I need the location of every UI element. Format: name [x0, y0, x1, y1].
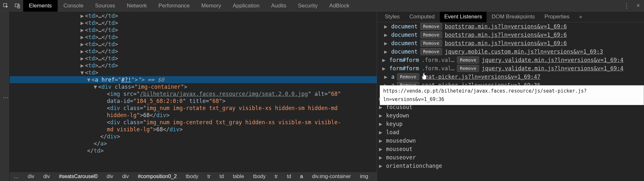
event-type-mouseout[interactable]: ▶mouseout — [377, 145, 644, 153]
tab-console[interactable]: Console — [58, 0, 89, 12]
device-toggle-icon[interactable] — [12, 0, 23, 12]
event-listeners-panel[interactable]: ▶document Remove bootstrap.min.js?ln=ver… — [377, 22, 644, 181]
event-type-mouseover[interactable]: ▶mouseover — [377, 153, 644, 162]
collapsed-td-row[interactable]: ▶<td>…</td> — [80, 62, 377, 69]
remove-listener-button[interactable]: Remove — [420, 23, 442, 30]
listener-source-link[interactable]: jquery.validate.min.js?ln=versions&v=1_6… — [482, 56, 623, 64]
dom-panel: ▶<td>…</td>▶<td>…</td>▶<td>…</td>▶<td>…<… — [10, 12, 377, 181]
collapsed-td-row[interactable]: ▶<td>…</td> — [80, 12, 377, 19]
breadcrumb-11[interactable]: tbody — [253, 174, 266, 179]
event-type-keydown[interactable]: ▶keydown — [377, 111, 644, 120]
breadcrumbs-bar[interactable]: …divdiv#seatsCarousel0divdiv#composition… — [10, 172, 377, 181]
tab-audits[interactable]: Audits — [265, 0, 292, 12]
breadcrumb-5[interactable]: div — [122, 174, 128, 179]
listener-source-link[interactable]: jquery.validate.min.js?ln=versions&v=1_6… — [482, 64, 623, 73]
event-type-orientationchange[interactable]: ▶orientationchange — [377, 162, 644, 170]
breadcrumb-6[interactable]: #composition0_2 — [138, 174, 177, 179]
collapsed-td-row[interactable]: ▶<td>…</td> — [80, 48, 377, 55]
event-type-keyup[interactable]: ▶keyup — [377, 120, 644, 128]
listener-row[interactable]: ▶a Remove seat-picker.js?ln=versions&v=1… — [382, 73, 644, 81]
listener-row[interactable]: ▶document Remove bootstrap.min.js?ln=ver… — [382, 22, 644, 31]
breadcrumb-14[interactable]: a — [300, 174, 303, 179]
remove-listener-button[interactable]: Remove — [457, 56, 479, 64]
breadcrumb-12[interactable]: tr — [275, 174, 278, 179]
more-tabs-icon[interactable]: » — [575, 12, 587, 22]
breadcrumb-10[interactable]: table — [233, 174, 244, 179]
listener-source-link[interactable]: bootstrap.min.js?ln=versions&v=1_69:6 — [445, 22, 567, 31]
collapsed-td-row[interactable]: ▶<td>…</td> — [80, 26, 377, 34]
breadcrumb-1[interactable]: div — [28, 174, 34, 179]
sidepanel-tab-dom-breakpoints[interactable]: DOM Breakpoints — [487, 12, 539, 22]
event-type-load[interactable]: ▶load — [377, 128, 644, 136]
kebab-menu-icon[interactable]: ⋮ — [621, 0, 632, 12]
tab-network[interactable]: Network — [121, 0, 153, 12]
breadcrumb-0[interactable]: … — [14, 174, 19, 179]
breadcrumb-8[interactable]: tr — [207, 174, 211, 179]
listener-row[interactable]: ▶document Remove bootstrap.min.js?ln=ver… — [382, 31, 644, 39]
listener-source-link[interactable]: jquery.mobile.custom.min.js?ln=versions&… — [445, 47, 603, 56]
remove-listener-button[interactable]: Remove — [397, 73, 419, 80]
sidepanel-tab-properties[interactable]: Properties — [540, 12, 574, 22]
breadcrumb-7[interactable]: tbody — [186, 174, 198, 179]
listener-row[interactable]: ▶document Remove bootstrap.min.js?ln=ver… — [382, 39, 644, 47]
source-tooltip: https://venda.cp.pt/bilheteira/javax.fac… — [380, 85, 644, 105]
breadcrumb-15[interactable]: div.img-container — [312, 174, 351, 179]
sidepanel-tab-styles[interactable]: Styles — [380, 12, 404, 22]
dom-tree[interactable]: ▶<td>…</td>▶<td>…</td>▶<td>…</td>▶<td>…<… — [10, 12, 377, 172]
left-gutter: … — [0, 12, 10, 181]
listener-row[interactable]: ▶form#form.form.val… Remove jquery.valid… — [382, 64, 644, 73]
tab-memory[interactable]: Memory — [195, 0, 227, 12]
listener-row[interactable]: ▶form#form.form.val… Remove jquery.valid… — [382, 56, 644, 64]
close-devtools-icon[interactable]: × — [632, 0, 644, 12]
breadcrumb-4[interactable]: div — [107, 174, 113, 179]
right-panel-tabs: StylesComputedEvent ListenersDOM Breakpo… — [377, 12, 644, 22]
remove-listener-button[interactable]: Remove — [420, 40, 442, 47]
remove-listener-button[interactable]: Remove — [420, 48, 442, 55]
main-area: … ▶<td>…</td>▶<td>…</td>▶<td>…</td>▶<td>… — [0, 12, 644, 181]
sidepanel-tab-event-listeners[interactable]: Event Listeners — [440, 12, 487, 22]
collapsed-td-row[interactable]: ▶<td>…</td> — [80, 41, 377, 48]
tab-adblock[interactable]: AdBlock — [324, 0, 355, 12]
collapsed-td-row[interactable]: ▶<td>…</td> — [80, 34, 377, 41]
tab-security[interactable]: Security — [292, 0, 323, 12]
listener-source-link[interactable]: seat-picker.js?ln=versions&v=1_69:47 — [422, 73, 540, 81]
remove-listener-button[interactable]: Remove — [457, 65, 479, 72]
breadcrumb-16[interactable]: img — [360, 174, 368, 179]
collapsed-td-row[interactable]: ▶<td>…</td> — [80, 55, 377, 62]
tab-performance[interactable]: Performance — [153, 0, 195, 12]
listener-source-link[interactable]: bootstrap.min.js?ln=versions&v=1_69:6 — [445, 39, 567, 47]
listener-source-link[interactable]: bootstrap.min.js?ln=versions&v=1_69:6 — [445, 31, 567, 39]
right-panel: StylesComputedEvent ListenersDOM Breakpo… — [377, 12, 644, 181]
tab-sources[interactable]: Sources — [89, 0, 121, 12]
remove-listener-button[interactable]: Remove — [420, 31, 442, 38]
breadcrumb-2[interactable]: div — [43, 174, 50, 179]
tab-elements[interactable]: Elements — [23, 0, 58, 12]
gutter-ellipsis-icon: … — [0, 93, 9, 100]
inspect-element-icon[interactable] — [0, 0, 12, 12]
tab-application[interactable]: Application — [227, 0, 265, 12]
top-tabs-bar: ElementsConsoleSourcesNetworkPerformance… — [0, 0, 644, 12]
listener-row[interactable]: ▶document Remove jquery.mobile.custom.mi… — [382, 47, 644, 56]
selected-node-row[interactable]: ▼<a href="#?!">"> == $0 — [10, 76, 377, 83]
sidepanel-tab-computed[interactable]: Computed — [405, 12, 439, 22]
event-type-mousedown[interactable]: ▶mousedown — [377, 136, 644, 145]
collapsed-td-row[interactable]: ▶<td>…</td> — [80, 19, 377, 26]
breadcrumb-13[interactable]: td — [287, 174, 291, 179]
svg-rect-1 — [15, 4, 19, 7]
breadcrumb-3[interactable]: #seatsCarousel0 — [59, 174, 98, 179]
breadcrumb-9[interactable]: td — [220, 174, 224, 179]
